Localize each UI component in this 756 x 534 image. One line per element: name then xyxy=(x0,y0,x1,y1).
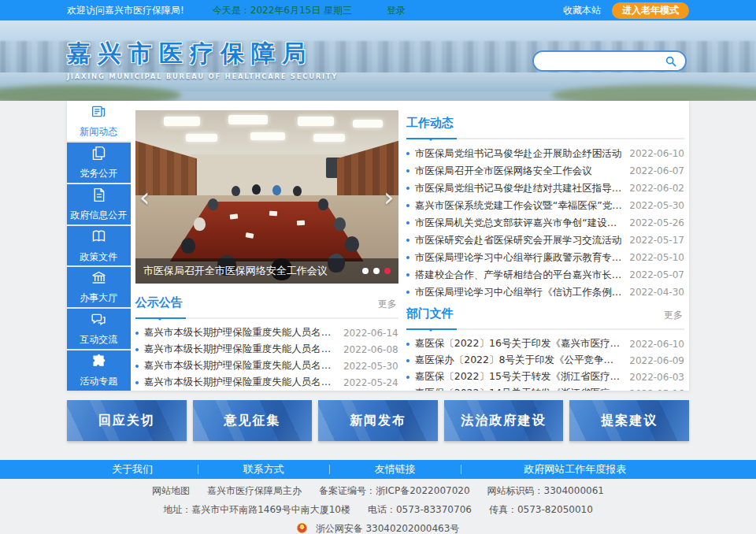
dept-file-title: 嘉医保办〔2022〕8号关于印发《公平竞争审查... xyxy=(415,354,624,367)
date-text: 今天是：2022年6月15日 星期三 xyxy=(213,4,352,17)
carousel-prev-arrow[interactable]: ‹ xyxy=(139,184,150,210)
welcome-text: 欢迎访问嘉兴市医疗保障局! xyxy=(67,4,184,17)
search-box xyxy=(532,50,687,72)
sidebar-item-interaction[interactable]: 互动交流 xyxy=(67,309,131,350)
bank-icon xyxy=(91,269,107,288)
work-news-item[interactable]: 市医保局理论学习中心组举行《信访工作条例》专题...2022-04-30 xyxy=(406,284,684,301)
icp-number: 备案证编号：浙ICP备2022007020 xyxy=(319,485,470,496)
carousel-caption-bar: 市医保局召开全市医保网络安全工作会议 xyxy=(135,258,398,284)
sidebar-item-service-hall[interactable]: 办事大厅 xyxy=(67,267,131,309)
banner-news-release[interactable]: 新闻发布 xyxy=(318,400,438,441)
work-news-date: 2022-05-07 xyxy=(629,269,684,280)
dept-file-date: 2022-06-09 xyxy=(629,355,684,366)
footer-nav-annual-report[interactable]: 政府网站工作年度报表 xyxy=(524,462,626,477)
work-news-date: 2022-05-17 xyxy=(629,235,684,246)
bullet-icon xyxy=(406,152,410,155)
footer-nav-links[interactable]: 友情链接 xyxy=(375,462,416,477)
sidebar-item-label: 活动专题 xyxy=(80,375,117,388)
work-news-title: 搭建校企合作、产学研相结合的平台嘉兴市长期护理... xyxy=(415,269,624,282)
work-news-title: 嘉兴市医保系统党建工作会议暨“幸福医保”党建联... xyxy=(415,199,624,213)
notice-title: 嘉兴市本级长期护理保险重度失能人员名单公示（2... xyxy=(144,376,337,389)
bullet-icon xyxy=(406,221,410,224)
carousel-dot-active[interactable] xyxy=(384,268,391,274)
carousel-caption[interactable]: 市医保局召开全市医保网络安全工作会议 xyxy=(143,264,354,278)
page: 欢迎访问嘉兴市医疗保障局! 今天是：2022年6月15日 星期三 登录 收藏本站… xyxy=(0,0,756,534)
dept-file-title: 嘉医保〔2022〕15号关于转发《浙江省医疗保... xyxy=(415,370,624,384)
host-text: 嘉兴市医疗保障局主办 xyxy=(207,485,302,496)
carousel-dots xyxy=(362,268,391,274)
sidebar-item-special-topics[interactable]: 活动专题 xyxy=(67,350,131,391)
work-news-item[interactable]: 市医保局召开全市医保网络安全工作会议2022-06-07 xyxy=(406,162,684,180)
sidebar-item-news[interactable]: 新闻动态 xyxy=(67,101,131,143)
banner-respond-concerns[interactable]: 回应关切 xyxy=(67,400,187,441)
notice-title: 嘉兴市本级长期护理保险重度失能人员名单公示（2... xyxy=(144,326,337,339)
notice-date: 2022-05-24 xyxy=(343,377,398,388)
dept-file-date: 2022-06-10 xyxy=(629,339,684,350)
work-news-item[interactable]: 市医保局党组书记马俊华赴结对共建社区指导全国文...2022-06-02 xyxy=(406,180,684,197)
carousel-dot[interactable] xyxy=(362,268,369,274)
notice-date: 2022-06-14 xyxy=(343,328,398,339)
dept-file-item[interactable]: 嘉医保〔2022〕14号关于转发《浙江省医疗保...2022-05-16 xyxy=(406,385,684,391)
section-title: 部门文件 xyxy=(406,306,454,321)
bullet-icon xyxy=(406,204,410,207)
notice-item[interactable]: 嘉兴市本级长期护理保险重度失能人员名单公示（2...2022-06-08 xyxy=(135,341,398,358)
site-logo[interactable]: 嘉兴市医疗保障局 JIAXING MUNICIPAL BUREAU OF HEA… xyxy=(67,38,338,80)
carousel-next-arrow[interactable]: › xyxy=(384,184,395,210)
sitemap-link[interactable]: 网站地图 xyxy=(152,485,190,496)
bullet-icon xyxy=(406,273,410,276)
bullet-icon xyxy=(135,332,139,335)
bullet-icon xyxy=(406,239,410,242)
work-news-item[interactable]: 市医保局党组书记马俊华赴企开展助企纾困活动2022-06-10 xyxy=(406,145,684,162)
more-link[interactable]: 更多 xyxy=(378,298,397,311)
carousel-dot[interactable] xyxy=(373,268,380,274)
more-link[interactable]: 更多 xyxy=(664,309,683,322)
login-link[interactable]: 登录 xyxy=(387,4,406,17)
quick-link-banners: 回应关切 意见征集 新闻发布 法治政府建设 提案建议 xyxy=(67,400,689,441)
work-news-list: 市医保局党组书记马俊华赴企开展助企纾困活动2022-06-10 市医保局召开全市… xyxy=(406,145,684,301)
work-news-title: 市医保研究会赴省医保研究会开展学习交流活动 xyxy=(415,234,624,247)
sidebar-item-policy-files[interactable]: 政策文件 xyxy=(67,226,131,268)
dept-file-item[interactable]: 嘉医保〔2022〕15号关于转发《浙江省医疗保...2022-06-03 xyxy=(406,369,684,385)
notice-item[interactable]: 嘉兴市本级长期护理保险重度失能人员名单公示（2...2022-06-14 xyxy=(135,324,398,341)
footer-nav: 关于我们 联系方式 友情链接 政府网站工作年度报表 xyxy=(0,460,756,479)
banner-opinion-collection[interactable]: 意见征集 xyxy=(193,400,313,441)
banner-label: 提案建议 xyxy=(601,413,658,429)
search-input[interactable] xyxy=(543,56,665,67)
banner-proposals[interactable]: 提案建议 xyxy=(569,400,689,441)
notice-item[interactable]: 嘉兴市本级长期护理保险重度失能人员名单公示（2...2022-05-30 xyxy=(135,358,398,374)
work-news-item[interactable]: 嘉兴市医保系统党建工作会议暨“幸福医保”党建联...2022-05-30 xyxy=(406,197,684,214)
search-icon[interactable] xyxy=(665,55,677,68)
notice-title: 嘉兴市本级长期护理保险重度失能人员名单公示（2... xyxy=(144,359,337,373)
section-header-dept-files: 部门文件 更多 xyxy=(406,306,684,330)
sidebar-item-party-affairs[interactable]: 党务公开 xyxy=(67,143,131,184)
work-news-title: 市医保局召开全市医保网络安全工作会议 xyxy=(415,165,624,178)
footer-nav-about[interactable]: 关于我们 xyxy=(112,462,153,477)
sidebar-item-label: 党务公开 xyxy=(80,167,117,180)
security-record-link[interactable]: 浙公网安备 33040202000463号 xyxy=(316,523,460,534)
dept-file-item[interactable]: 嘉医保〔2022〕16号关于印发《嘉兴市医疗保...2022-06-10 xyxy=(406,336,684,352)
dept-file-item[interactable]: 嘉医保办〔2022〕8号关于印发《公平竞争审查...2022-06-09 xyxy=(406,352,684,369)
party-docs-icon xyxy=(91,145,107,164)
middle-column: ‹ › 市医保局召开全市医保网络安全工作会议 公示公告 更多 嘉兴市本级长期护理… xyxy=(135,101,398,391)
address-text: 地址：嘉兴市中环南路1469号中南大厦10楼 xyxy=(163,504,350,515)
elder-mode-button[interactable]: 进入老年模式 xyxy=(612,2,689,19)
work-news-item[interactable]: 市医保局机关党总支部获评嘉兴市争创“建设清廉机...2022-05-26 xyxy=(406,214,684,232)
notice-item[interactable]: 嘉兴市本级长期护理保险重度失能人员名单公示（2...2022-05-24 xyxy=(135,374,398,391)
dept-file-date: 2022-06-03 xyxy=(629,372,684,383)
work-news-title: 市医保局党组书记马俊华赴企开展助企纾困活动 xyxy=(415,147,624,161)
footer-nav-contact[interactable]: 联系方式 xyxy=(243,462,284,477)
favorite-link[interactable]: 收藏本站 xyxy=(563,4,601,17)
newspaper-icon xyxy=(91,103,107,122)
sidebar-item-gov-info[interactable]: 政府信息公开 xyxy=(67,184,131,226)
work-news-item[interactable]: 市医保研究会赴省医保研究会开展学习交流活动2022-05-17 xyxy=(406,232,684,249)
work-news-item[interactable]: 搭建校企合作、产学研相结合的平台嘉兴市长期护理...2022-05-07 xyxy=(406,266,684,284)
bullet-icon xyxy=(406,291,410,294)
header-banner: 嘉兴市医疗保障局 JIAXING MUNICIPAL BUREAU OF HEA… xyxy=(0,20,756,101)
photo-back-wall xyxy=(191,154,348,198)
main-content: 新闻动态 党务公开 政府信息公开 政策文件 办事大厅 互动交流 xyxy=(67,101,689,391)
news-carousel: ‹ › 市医保局召开全市医保网络安全工作会议 xyxy=(135,110,398,284)
work-news-title: 市医保局理论学习中心组举行《信访工作条例》专题... xyxy=(415,286,624,299)
work-news-item[interactable]: 市医保局理论学习中心组举行廉政警示教育专题学习...2022-05-10 xyxy=(406,249,684,266)
site-title: 嘉兴市医疗保障局 xyxy=(67,38,338,70)
banner-law-government[interactable]: 法治政府建设 xyxy=(444,400,564,441)
